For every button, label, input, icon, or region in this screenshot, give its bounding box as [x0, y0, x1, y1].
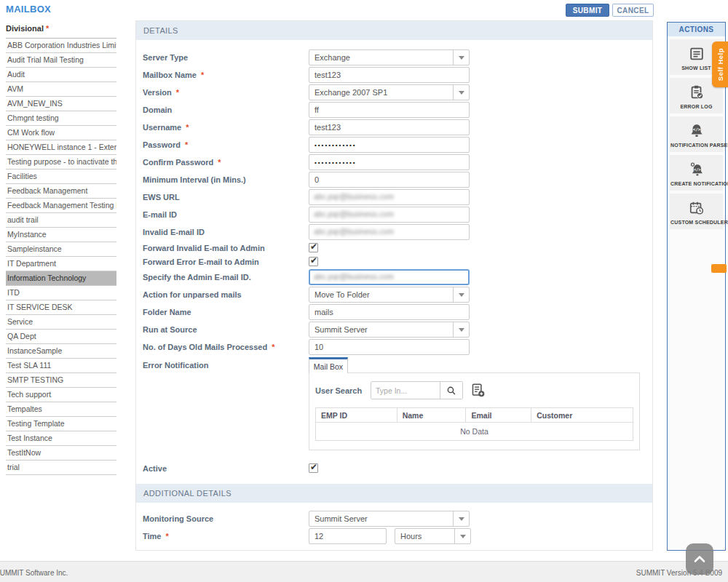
- no-data-cell: No Data: [316, 423, 633, 441]
- chevron-up-icon: [693, 555, 706, 563]
- run-at-source-select[interactable]: Summit Server: [309, 322, 470, 338]
- sidebar-item-avm-new-ins[interactable]: AVM_NEW_INS: [6, 97, 116, 111]
- action-button-custom-scheduler[interactable]: CUSTOM SCHEDULER: [670, 194, 723, 229]
- version-select[interactable]: Exchange 2007 SP1: [309, 84, 470, 100]
- ews-url-field-wrap: abc.pqr@business.com: [309, 189, 470, 205]
- sidebar-item-test-sla-111[interactable]: Test SLA 111: [6, 359, 116, 373]
- confirm-password-input[interactable]: [309, 154, 470, 170]
- required-mark: *: [183, 123, 189, 132]
- e-mail-id-field-wrap: abc.pqr@business.com: [309, 207, 470, 223]
- calendar-clock-icon: [670, 199, 722, 218]
- sidebar-item-honeywell-instance-1-extension-of[interactable]: HONEYWELL instance 1 - Extension of: [6, 140, 116, 155]
- sidebar-item-testitnow[interactable]: TestItNow: [6, 446, 116, 461]
- actions-panel: ACTIONS SHOW LISTERROR LOG</>NOTIFICATIO…: [667, 22, 726, 551]
- specify-the-admin-e-mail-id-input[interactable]: [309, 269, 470, 285]
- footer-company: SUMMIT Software Inc.: [0, 569, 68, 577]
- cancel-button[interactable]: CANCEL: [612, 4, 654, 17]
- minimum-interval-in-mins-input[interactable]: [309, 172, 470, 188]
- sidebar-item-trial[interactable]: trial: [6, 461, 116, 475]
- sidebar-item-myinstance[interactable]: MyInstance: [6, 228, 116, 242]
- sidebar-item-facilities[interactable]: Facilities: [6, 170, 116, 184]
- minimum-interval-in-mins-label: Minimum Interval (in Mins.): [143, 175, 309, 184]
- form-row-invalid-e-mail-id: Invalid E-mail IDabc.pqr@business.com: [143, 223, 652, 241]
- time-input[interactable]: [309, 528, 387, 544]
- details-fields: Server TypeExchangeMailbox Name *Version…: [143, 49, 652, 356]
- active-checkbox[interactable]: [309, 463, 318, 473]
- password-input[interactable]: [309, 137, 470, 153]
- domain-input[interactable]: [309, 102, 470, 118]
- active-label: Active: [143, 464, 309, 473]
- sidebar-item-it-service-desk[interactable]: IT SERVICE DESK: [6, 300, 116, 315]
- sidebar-item-tempaltes[interactable]: Tempaltes: [6, 402, 116, 417]
- form-row-minimum-interval-in-mins: Minimum Interval (in Mins.): [143, 171, 652, 188]
- sidebar-item-itd[interactable]: ITD: [6, 286, 116, 300]
- notification-users-table: EMP IDNameEmailCustomer No Data: [315, 407, 633, 441]
- action-button-create-notification[interactable]: </>CREATE NOTIFICATION...: [670, 155, 723, 191]
- forward-invalid-e-mail-to-admin-label: Forward Invalid E-mail to Admin: [143, 244, 309, 252]
- forward-invalid-e-mail-to-admin-checkbox[interactable]: [309, 243, 318, 252]
- monitoring-source-select[interactable]: Summit Server: [309, 511, 470, 527]
- sidebar-item-avm[interactable]: AVM: [6, 82, 116, 97]
- sidebar-item-tech-support[interactable]: Tech support: [6, 388, 116, 402]
- action-button-label: ERROR LOG: [670, 104, 722, 109]
- ews-url-input[interactable]: [309, 189, 470, 205]
- server-type-selected-value: Exchange: [309, 50, 453, 65]
- chevron-down-icon[interactable]: [453, 50, 469, 65]
- chevron-down-icon[interactable]: [453, 322, 469, 337]
- form-row-monitoring-source: Monitoring SourceSummit Server: [143, 510, 652, 527]
- time-unit-select[interactable]: Hours: [395, 528, 471, 544]
- sidebar-item-it-department[interactable]: IT Department: [6, 257, 116, 271]
- user-search-group: [371, 381, 463, 399]
- username-input[interactable]: [309, 119, 470, 135]
- e-mail-id-input[interactable]: [309, 207, 470, 223]
- sidebar-item-cm-work-flow[interactable]: CM Work flow: [6, 126, 116, 140]
- forward-error-e-mail-to-admin-label: Forward Error E-mail to Admin: [143, 258, 309, 266]
- action-for-unparsed-mails-select[interactable]: Move To Folder: [309, 287, 470, 303]
- mailbox-tab[interactable]: Mail Box: [309, 357, 348, 373]
- search-button[interactable]: [440, 382, 462, 399]
- sidebar-item-qa-dept[interactable]: QA Dept: [6, 330, 116, 344]
- chevron-down-icon[interactable]: [454, 529, 470, 543]
- server-type-select[interactable]: Exchange: [309, 49, 470, 65]
- add-user-button[interactable]: [470, 383, 486, 398]
- action-button-notification-parser[interactable]: </>NOTIFICATION PARSER: [670, 116, 723, 152]
- sidebar-item-audit-trial-mail-testing[interactable]: Audit Trial Mail Testing: [6, 53, 116, 68]
- sidebar-item-test-instance[interactable]: Test Instance: [6, 431, 116, 446]
- version-selected-value: Exchange 2007 SP1: [309, 85, 453, 100]
- chevron-down-icon[interactable]: [453, 85, 469, 100]
- no-of-days-old-mails-processed-input[interactable]: [309, 339, 470, 355]
- submit-button[interactable]: SUBMIT: [566, 4, 609, 17]
- sidebar-item-feedback-management-testing-purpo[interactable]: Feedback Management Testing Purpo: [6, 199, 116, 213]
- self-help-tab[interactable]: Self Help: [712, 41, 728, 87]
- sidebar-item-instancesample[interactable]: InstanceSample: [6, 344, 116, 359]
- sidebar-item-audit[interactable]: Audit: [6, 68, 116, 82]
- scroll-top-button[interactable]: [686, 543, 713, 575]
- form-row-action-for-unparsed-mails: Action for unparsed mailsMove To Folder: [143, 286, 652, 303]
- form-row-time: Time *Hours: [143, 527, 652, 545]
- sidebar-item-sampleinstance[interactable]: Sampleinstance: [6, 242, 116, 257]
- form-row-domain: Domain: [143, 101, 652, 119]
- chevron-down-icon[interactable]: [453, 287, 469, 302]
- mailbox-name-input[interactable]: [309, 67, 470, 83]
- sidebar-item-chmgnt-testing[interactable]: Chmgnt testing: [6, 111, 116, 126]
- sidebar-item-service[interactable]: Service: [6, 315, 116, 330]
- chevron-down-icon[interactable]: [453, 511, 469, 526]
- action-for-unparsed-mails-label: Action for unparsed mails: [143, 290, 309, 299]
- invalid-e-mail-id-input[interactable]: [309, 224, 470, 240]
- sidebar-item-testing-template[interactable]: Testing Template: [6, 417, 116, 431]
- sidebar-item-feedback-management[interactable]: Feedback Management: [6, 184, 116, 199]
- sidebar-item-audit-trail[interactable]: audit trail: [6, 213, 116, 228]
- sidebar-item-testing-purpose-to-inactivate-the-ins[interactable]: Testing purpose - to inactivate the Ins: [6, 155, 116, 170]
- sidebar-item-abb-corporation-industries-limited[interactable]: ABB Corporation Industries Limited --: [6, 39, 116, 53]
- username-label: Username *: [143, 123, 309, 132]
- sidebar-item-smtp-testing[interactable]: SMTP TESTING: [6, 373, 116, 388]
- table-row: No Data: [316, 423, 633, 441]
- folder-name-input[interactable]: [309, 304, 470, 320]
- action-button-label: CUSTOM SCHEDULER: [670, 220, 722, 225]
- sidebar-item-information-technology[interactable]: Information Technology: [6, 271, 116, 286]
- form-row-forward-error-e-mail-to-admin: Forward Error E-mail to Admin: [143, 255, 652, 268]
- forward-error-e-mail-to-admin-checkbox[interactable]: [309, 257, 318, 266]
- divisional-list: ABB Corporation Industries Limited --Aud…: [6, 39, 116, 475]
- user-search-input[interactable]: [371, 382, 440, 399]
- required-mark: *: [163, 532, 168, 541]
